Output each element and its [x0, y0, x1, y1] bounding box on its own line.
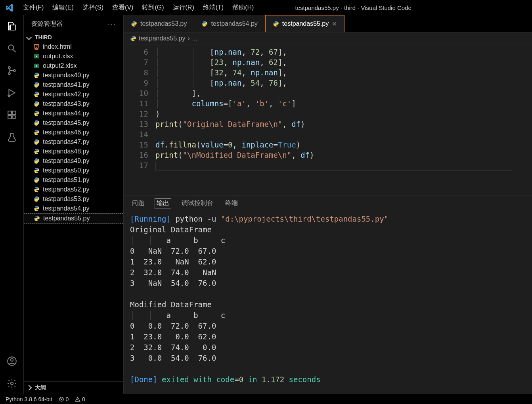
- file-name: testpandas50.py: [43, 167, 89, 174]
- py-file-icon: [33, 177, 40, 183]
- sidebar-header: 资源管理器 ···: [24, 15, 123, 33]
- py-file-icon: [33, 101, 40, 107]
- run-debug-icon[interactable]: [6, 87, 17, 98]
- file-item[interactable]: testpandas42.py: [24, 90, 123, 99]
- tab-label: testpandas55.py: [282, 20, 329, 27]
- tab-label: testpandas53.py: [140, 20, 187, 27]
- outline-label: 大纲: [35, 384, 46, 391]
- py-file-icon: [33, 110, 40, 117]
- bottom-panel: 问题输出调试控制台终端 [Running] python -u "d:\pypr…: [124, 195, 532, 394]
- testing-icon[interactable]: [6, 132, 17, 143]
- svg-rect-7: [8, 115, 11, 119]
- account-icon[interactable]: [6, 356, 17, 367]
- search-icon[interactable]: [6, 43, 17, 54]
- file-item[interactable]: testpandas49.py: [24, 156, 123, 166]
- settings-gear-icon[interactable]: [6, 378, 17, 389]
- py-file-icon: [33, 82, 40, 88]
- file-item[interactable]: Xoutput2.xlsx: [24, 61, 123, 71]
- sidebar-more-icon[interactable]: ···: [108, 20, 116, 28]
- py-file-icon: [33, 72, 40, 79]
- chevron-down-icon: [26, 34, 32, 40]
- py-file-icon: [34, 215, 40, 222]
- file-item[interactable]: testpandas51.py: [24, 175, 123, 185]
- breadcrumb-separator: ›: [188, 35, 189, 42]
- sidebar-title: 资源管理器: [31, 20, 63, 28]
- py-file-icon: [33, 196, 40, 202]
- file-item[interactable]: testpandas55.py: [24, 213, 123, 224]
- explorer-sidebar: 资源管理器 ··· THIRD index.htmlXoutput.xlsxXo…: [24, 15, 124, 394]
- panel-tab[interactable]: 终端: [224, 198, 239, 209]
- statusbar: Python 3.8.6 64-bit 0 0: [0, 394, 532, 404]
- source-control-icon[interactable]: [6, 65, 17, 76]
- menu-item[interactable]: 查看(V): [108, 2, 137, 13]
- py-file-icon: [33, 129, 40, 136]
- output-content[interactable]: [Running] python -u "d:\pyprojects\third…: [124, 211, 532, 394]
- file-item[interactable]: testpandas40.py: [24, 71, 123, 80]
- file-name: index.html: [43, 43, 72, 50]
- py-file-icon: [33, 205, 40, 212]
- chevron-right-icon: [26, 385, 32, 391]
- file-item[interactable]: testpandas50.py: [24, 166, 123, 175]
- breadcrumb-file: testpandas55.py: [139, 35, 185, 42]
- editor-tab[interactable]: testpandas53.py: [124, 15, 194, 32]
- file-item[interactable]: testpandas53.py: [24, 194, 123, 204]
- file-name: output2.xlsx: [43, 62, 77, 69]
- status-python[interactable]: Python 3.8.6 64-bit: [6, 396, 52, 402]
- file-item[interactable]: testpandas52.py: [24, 185, 123, 194]
- editor-tab[interactable]: testpandas54.py: [194, 15, 265, 32]
- file-item[interactable]: testpandas47.py: [24, 137, 123, 147]
- file-name: testpandas43.py: [43, 100, 89, 107]
- breadcrumb[interactable]: testpandas55.py › ...: [124, 33, 532, 44]
- folder-name: THIRD: [35, 34, 52, 40]
- file-item[interactable]: testpandas45.py: [24, 118, 123, 128]
- folder-header[interactable]: THIRD: [24, 33, 123, 42]
- explorer-icon[interactable]: [6, 21, 17, 32]
- file-item[interactable]: Xoutput.xlsx: [24, 52, 123, 61]
- python-file-icon: [273, 21, 279, 27]
- extensions-icon[interactable]: [6, 109, 17, 121]
- editor-tab[interactable]: testpandas55.py✕: [265, 15, 344, 32]
- file-item[interactable]: index.html: [24, 42, 123, 52]
- file-item[interactable]: testpandas46.py: [24, 128, 123, 137]
- svg-point-3: [13, 70, 15, 72]
- file-name: output.xlsx: [43, 53, 73, 60]
- svg-point-2: [8, 73, 10, 75]
- file-item[interactable]: testpandas48.py: [24, 147, 123, 156]
- svg-rect-6: [12, 111, 16, 115]
- py-file-icon: [33, 91, 40, 98]
- code-content[interactable]: │ │ [np.nan, 72, 67],│ │ [23, np.nan, 62…: [155, 44, 532, 195]
- file-name: testpandas44.py: [43, 110, 89, 117]
- py-file-icon: [33, 139, 40, 145]
- html-file-icon: [33, 44, 40, 50]
- py-file-icon: [33, 120, 40, 126]
- menu-item[interactable]: 选择(S): [78, 2, 107, 13]
- file-item[interactable]: testpandas43.py: [24, 99, 123, 109]
- xlsx-file-icon: X: [33, 53, 40, 59]
- status-warnings[interactable]: 0: [75, 396, 85, 402]
- file-name: testpandas41.py: [43, 81, 89, 88]
- file-list: index.htmlXoutput.xlsxXoutput2.xlsxtestp…: [24, 42, 123, 381]
- svg-point-11: [10, 382, 13, 385]
- file-name: testpandas49.py: [43, 157, 89, 165]
- menu-item[interactable]: 文件(F): [19, 2, 48, 13]
- menu-item[interactable]: 编辑(E): [48, 2, 77, 13]
- file-item[interactable]: testpandas54.py: [24, 204, 123, 213]
- svg-point-10: [10, 359, 13, 362]
- close-icon[interactable]: ✕: [332, 20, 337, 28]
- panel-tab[interactable]: 问题: [130, 198, 146, 209]
- editor-area: testpandas53.pytestpandas54.pytestpandas…: [124, 15, 532, 394]
- panel-tabs: 问题输出调试控制台终端: [124, 196, 532, 211]
- tab-label: testpandas54.py: [211, 20, 257, 27]
- file-item[interactable]: testpandas44.py: [24, 109, 123, 118]
- outline-header[interactable]: 大纲: [24, 381, 123, 394]
- code-editor[interactable]: 67891011121314151617 │ │ [np.nan, 72, 67…: [124, 44, 532, 195]
- panel-tab[interactable]: 调试控制台: [180, 198, 215, 209]
- file-name: testpandas54.py: [43, 205, 89, 212]
- py-file-icon: [33, 186, 40, 193]
- file-item[interactable]: testpandas41.py: [24, 80, 123, 90]
- status-errors[interactable]: 0: [59, 396, 69, 402]
- file-name: testpandas46.py: [43, 129, 89, 136]
- panel-tab[interactable]: 输出: [155, 198, 171, 209]
- titlebar: 文件(F)编辑(E)选择(S)查看(V)转到(G)运行(R)终端(T)帮助(H)…: [0, 0, 532, 15]
- menu-item[interactable]: 转到(G): [138, 2, 168, 13]
